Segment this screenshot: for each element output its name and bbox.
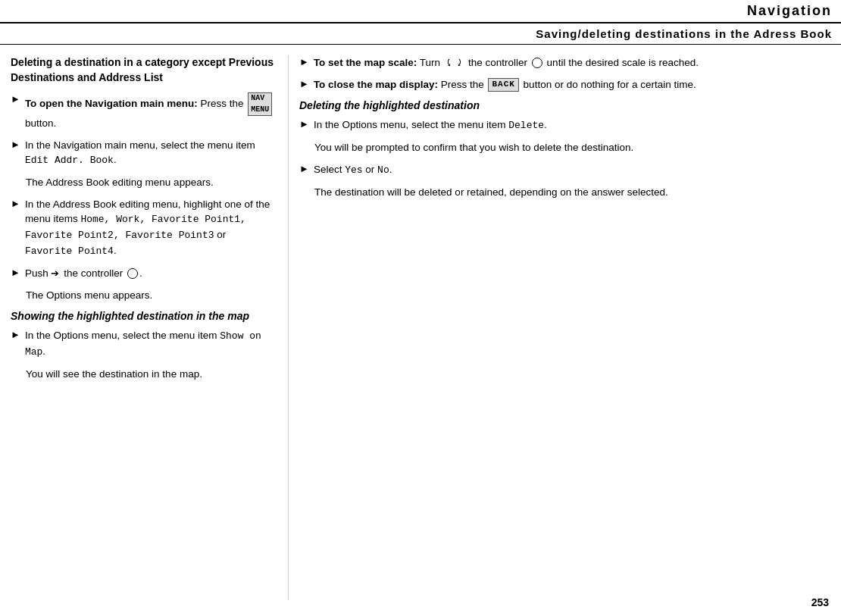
bullet-text: In the Options menu, select the menu ite… [25, 328, 276, 360]
right-column: ► To set the map scale: Turn ⤹ ⤸ the con… [288, 55, 841, 600]
sub-header-title: Saving/deleting destinations in the Adre… [536, 27, 832, 40]
indented-text: You will be prompted to confirm that you… [314, 140, 829, 155]
left-column: Deleting a destination in a category exc… [0, 55, 288, 600]
list-item: ► In the Options menu, select the menu i… [299, 117, 829, 133]
list-item: ► In the Address Book editing menu, high… [11, 197, 276, 259]
page-header: Navigation [0, 0, 841, 23]
back-button-icon: BACK [488, 78, 518, 92]
header-title: Navigation [747, 3, 832, 19]
controller-circle-icon [127, 268, 138, 279]
section1-title: Deleting a destination in a category exc… [11, 55, 276, 85]
bullet-arrow-icon: ► [299, 163, 309, 174]
push-right-icon: ➔ [51, 267, 59, 281]
bullet-arrow-icon: ► [11, 329, 20, 340]
bullet-text: Select Yes or No. [314, 162, 829, 178]
indented-text: The Options menu appears. [26, 288, 276, 303]
bullet-text: To set the map scale: Turn ⤹ ⤸ the contr… [314, 55, 829, 70]
bullet-arrow-icon: ► [299, 118, 309, 130]
bullet-text: In the Options menu, select the menu ite… [314, 117, 829, 133]
page-number: 253 [811, 596, 829, 608]
bullet-text: To open the Navigation main menu: Press … [25, 92, 276, 131]
bullet-text: In the Navigation main menu, select the … [25, 138, 276, 168]
list-item: ► To open the Navigation main menu: Pres… [11, 92, 276, 131]
page-sub-header: Saving/deleting destinations in the Adre… [0, 23, 841, 45]
list-item: ► To set the map scale: Turn ⤹ ⤸ the con… [299, 55, 829, 70]
section2-title: Showing the highlighted destination in t… [11, 310, 276, 322]
bullet-text: Push ➔ the controller . [25, 266, 276, 281]
bullet-arrow-icon: ► [11, 139, 20, 150]
content-area: Deleting a destination in a category exc… [0, 45, 841, 600]
bullet-arrow-icon: ► [11, 93, 20, 105]
bullet-arrow-icon: ► [299, 78, 309, 89]
bullet-text: To close the map display: Press the BACK… [314, 77, 829, 92]
list-item: ► Select Yes or No. [299, 162, 829, 178]
turn-arrows-icon: ⤹ ⤸ [445, 56, 464, 70]
indented-text: The destination will be deleted or retai… [314, 185, 829, 200]
bullet-arrow-icon: ► [11, 267, 20, 278]
bullet-text: In the Address Book editing menu, highli… [25, 197, 276, 259]
page-container: Navigation Saving/deleting destinations … [0, 0, 841, 616]
bullet-arrow-icon: ► [299, 56, 309, 67]
bullet-arrow-icon: ► [11, 198, 20, 209]
section-delete-title: Deleting the highlighted destination [299, 99, 829, 111]
list-item: ► In the Navigation main menu, select th… [11, 138, 276, 168]
nav-menu-button-icon: NAVMENU [248, 92, 272, 116]
controller-circle-icon [532, 58, 542, 68]
list-item: ► In the Options menu, select the menu i… [11, 328, 276, 360]
indented-text: You will see the destination in the map. [26, 367, 276, 382]
list-item: ► Push ➔ the controller . [11, 266, 276, 281]
indented-text: The Address Book editing menu appears. [26, 175, 276, 190]
list-item: ► To close the map display: Press the BA… [299, 77, 829, 92]
